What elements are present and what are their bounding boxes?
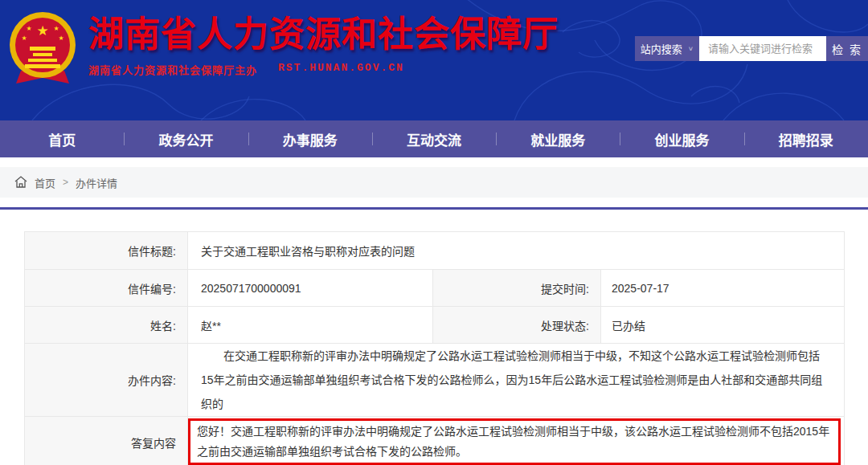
reply-label: 答复内容: [25, 417, 188, 465]
breadcrumb: 首页 > 办件详情: [0, 167, 868, 198]
search-button[interactable]: 检 索: [826, 36, 868, 61]
svg-text:★: ★: [26, 25, 31, 32]
site-title: 湖南省人力资源和社会保障厅: [88, 14, 559, 55]
breadcrumb-current: 办件详情: [76, 175, 117, 190]
letter-number-label: 信件编号:: [25, 270, 188, 307]
search-scope-label: 站内搜索: [641, 41, 682, 56]
breadcrumb-home[interactable]: 首页: [35, 175, 55, 190]
nav-item-gov-info[interactable]: 政务公开: [124, 120, 248, 157]
nav-item-home[interactable]: 首页: [0, 120, 124, 157]
reply-cell: 您好！交通工程职称新的评审办法中明确规定了公路水运工程试验检测师相当于中级，该公…: [188, 417, 845, 465]
spacer: [0, 157, 868, 167]
submit-time-value: 2025-07-17: [601, 270, 845, 307]
table-row: 信件编号: 2025071700000091 提交时间: 2025-07-17: [25, 270, 845, 307]
table-row: 姓名: 赵** 处理状态: 已办结: [25, 307, 845, 344]
brand: ★ ★ ★ ★ ★ 湖南省人力资源和社会保障厅 湖南省人力资源和社会保障厅主办 …: [8, 10, 559, 90]
search-bar: 站内搜索 ∨ 检 索: [635, 36, 868, 61]
home-icon[interactable]: [14, 176, 27, 188]
name-label: 姓名:: [25, 307, 188, 344]
table-row: 答复内容 您好！交通工程职称新的评审办法中明确规定了公路水运工程试验检测师相当于…: [25, 417, 845, 465]
site-subtitle-text: 湖南省人力资源和社会保障厅主办: [88, 62, 257, 77]
svg-text:★: ★: [21, 35, 27, 42]
svg-text:★: ★: [36, 23, 48, 39]
letter-title-value: 关于交通工程职业咨格与职称对应表的问题: [188, 232, 845, 270]
nav-item-services[interactable]: 办事服务: [248, 120, 372, 157]
status-label: 处理状态:: [433, 307, 601, 344]
chevron-down-icon: ∨: [688, 45, 694, 52]
nav-item-recruitment[interactable]: 招聘招录: [744, 120, 868, 157]
svg-text:★: ★: [58, 35, 63, 42]
letter-detail-table: 信件标题: 关于交通工程职业咨格与职称对应表的问题 信件编号: 20250717…: [24, 231, 845, 465]
letter-number-value: 2025071700000091: [188, 270, 433, 307]
content-label: 办件内容:: [25, 344, 188, 417]
name-value: 赵**: [188, 307, 433, 344]
reply-highlight-box: 您好！交通工程职称新的评审办法中明确规定了公路水运工程试验检测师相当于中级，该公…: [188, 418, 841, 465]
table-row: 信件标题: 关于交通工程职业咨格与职称对应表的问题: [25, 232, 845, 270]
letter-title-label: 信件标题:: [25, 232, 188, 270]
brand-text: 湖南省人力资源和社会保障厅 湖南省人力资源和社会保障厅主办 RST.HUNAN.…: [88, 10, 559, 77]
search-input[interactable]: [699, 36, 826, 61]
table-row: 办件内容: 在交通工程职称新的评审办法中明确规定了公路水运工程试验检测师相当于中…: [25, 344, 845, 417]
search-scope-dropdown[interactable]: 站内搜索 ∨: [635, 36, 699, 61]
breadcrumb-separator: >: [63, 177, 68, 188]
site-subtitle: 湖南省人力资源和社会保障厅主办 RST.HUNAN.GOV.CN: [88, 62, 559, 77]
submit-time-label: 提交时间:: [433, 270, 601, 307]
nav-item-entrepreneurship[interactable]: 创业服务: [620, 120, 743, 157]
letter-detail-section: 信件标题: 关于交通工程职业咨格与职称对应表的问题 信件编号: 20250717…: [0, 210, 868, 465]
main-nav: 首页 政务公开 办事服务 互动交流 就业服务 创业服务 招聘招录: [0, 120, 868, 157]
svg-text:★: ★: [53, 25, 59, 32]
site-domain: RST.HUNAN.GOV.CN: [278, 62, 404, 77]
nav-item-interaction[interactable]: 互动交流: [372, 120, 496, 157]
status-value: 已办结: [601, 307, 845, 344]
content-value: 在交通工程职称新的评审办法中明确规定了公路水运工程试验检测师相当于中级，不知这个…: [188, 344, 845, 417]
site-header: ★ ★ ★ ★ ★ 湖南省人力资源和社会保障厅 湖南省人力资源和社会保障厅主办 …: [0, 0, 868, 120]
national-emblem: ★ ★ ★ ★ ★: [8, 10, 77, 90]
nav-item-employment[interactable]: 就业服务: [496, 120, 620, 157]
